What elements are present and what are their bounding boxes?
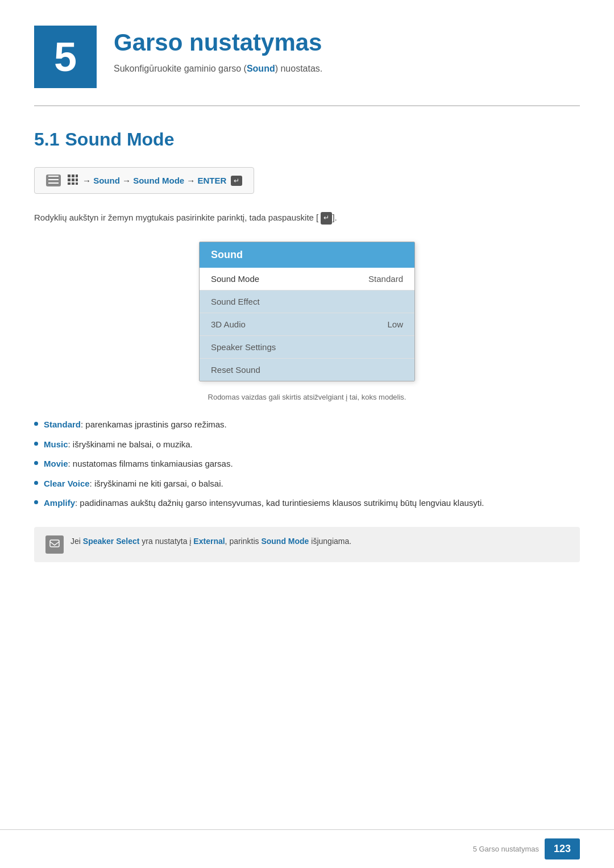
svg-rect-5: [76, 175, 78, 177]
sound-panel-header: Sound: [200, 242, 414, 268]
menu-path-text: → Sound → Sound Mode → ENTER: [82, 176, 226, 185]
svg-rect-9: [68, 182, 70, 185]
note-icon: [45, 535, 64, 554]
menu-path: → Sound → Sound Mode → ENTER ↵: [34, 167, 254, 194]
svg-rect-3: [68, 175, 70, 177]
list-item-text: Music: išryškinami ne balsai, o muzika.: [44, 438, 193, 451]
bullet-list: Standard: parenkamas įprastinis garso re…: [34, 418, 580, 510]
sound-panel: Sound Sound Mode Standard Sound Effect 3…: [199, 242, 415, 381]
bullet-dot: [34, 442, 38, 446]
chapter-number: 5: [34, 26, 97, 88]
sound-effect-label: Sound Effect: [211, 297, 260, 306]
svg-rect-6: [68, 178, 70, 181]
3d-audio-label: 3D Audio: [211, 319, 246, 329]
footer-page-number: 123: [545, 838, 580, 859]
svg-rect-0: [48, 176, 59, 177]
list-item-text: Standard: parenkamas įprastinis garso re…: [44, 418, 227, 431]
bullet-dot: [34, 422, 38, 426]
footer-chapter-text: 5 Garso nustatymas: [473, 845, 539, 853]
reset-sound-label: Reset Sound: [211, 365, 260, 375]
sound-panel-wrapper: Sound Sound Mode Standard Sound Effect 3…: [34, 242, 580, 381]
svg-rect-8: [76, 178, 78, 181]
instruction-text: Rodyklių aukštyn ir žemyn mygtukais pasi…: [34, 211, 580, 225]
grid-icon: [68, 175, 78, 186]
sound-mode-label: Sound Mode: [211, 274, 259, 284]
svg-rect-10: [72, 182, 74, 185]
panel-caption: Rodomas vaizdas gali skirtis atsižvelgia…: [34, 393, 580, 401]
3d-audio-item[interactable]: 3D Audio Low: [200, 313, 414, 336]
chapter-title: Garso nustatymas: [114, 28, 322, 57]
section-content: 5.1 Sound Mode: [0, 106, 614, 585]
bullet-dot: [34, 500, 38, 504]
note-text: Jei Speaker Select yra nustatyta į Exter…: [70, 535, 351, 547]
list-item-text: Amplify: padidinamas aukštų dažnių garso…: [44, 497, 484, 510]
section-heading: 5.1 Sound Mode: [34, 129, 580, 150]
svg-rect-7: [72, 178, 74, 181]
section-title: Sound Mode: [65, 129, 174, 150]
list-item: Movie: nustatomas filmams tinkamiausias …: [34, 458, 580, 471]
speaker-settings-item[interactable]: Speaker Settings: [200, 336, 414, 359]
menu-icon: [46, 175, 61, 186]
sound-effect-item[interactable]: Sound Effect: [200, 290, 414, 313]
chapter-title-area: Garso nustatymas Sukonfigūruokite gamini…: [114, 23, 322, 74]
svg-rect-4: [72, 175, 74, 177]
list-item: Standard: parenkamas įprastinis garso re…: [34, 418, 580, 431]
page-footer: 5 Garso nustatymas 123: [0, 829, 614, 868]
reset-sound-item[interactable]: Reset Sound: [200, 359, 414, 381]
list-item-text: Clear Voice: išryškinami ne kiti garsai,…: [44, 477, 223, 491]
enter-inline-icon: ↵: [321, 212, 332, 224]
list-item: Amplify: padidinamas aukštų dažnių garso…: [34, 497, 580, 510]
chapter-header: 5 Garso nustatymas Sukonfigūruokite gami…: [0, 0, 614, 105]
sound-mode-item[interactable]: Sound Mode Standard: [200, 268, 414, 290]
note-box: Jei Speaker Select yra nustatyta į Exter…: [34, 527, 580, 562]
bullet-dot: [34, 461, 38, 465]
sound-mode-value: Standard: [368, 274, 403, 284]
chapter-subtitle: Sukonfigūruokite gaminio garso (Sound) n…: [114, 64, 322, 74]
svg-rect-11: [76, 182, 78, 185]
svg-rect-12: [50, 540, 59, 547]
3d-audio-value: Low: [387, 319, 403, 329]
bullet-dot: [34, 481, 38, 485]
enter-icon: ↵: [231, 176, 242, 186]
list-item-text: Movie: nustatomas filmams tinkamiausias …: [44, 458, 233, 471]
speaker-settings-label: Speaker Settings: [211, 342, 276, 352]
section-number: 5.1: [34, 129, 59, 150]
svg-rect-2: [48, 182, 59, 184]
list-item: Music: išryškinami ne balsai, o muzika.: [34, 438, 580, 451]
list-item: Clear Voice: išryškinami ne kiti garsai,…: [34, 477, 580, 491]
svg-rect-1: [48, 179, 59, 180]
